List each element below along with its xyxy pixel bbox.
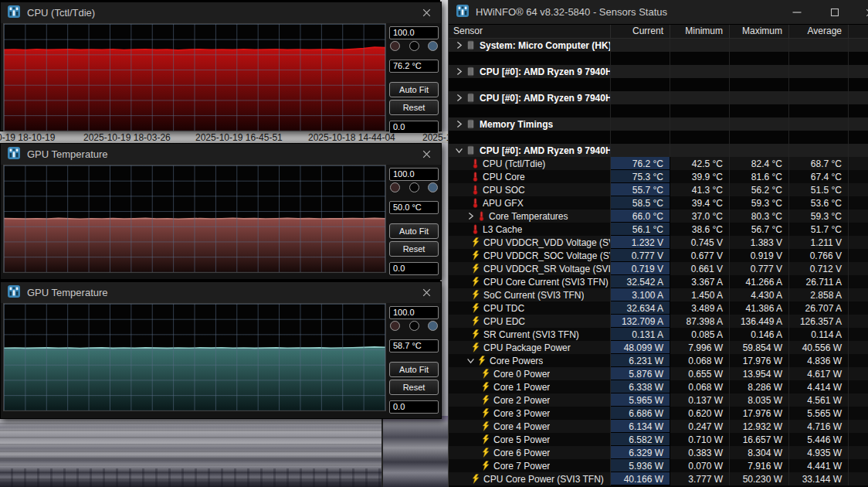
scale-max-field[interactable]: 100.0 <box>389 306 439 319</box>
graph-plot-area <box>3 165 386 273</box>
group-row[interactable]: CPU [#0]: AMD Ryzen 9 7940HS: C-State Re… <box>449 91 868 104</box>
chevron-right-icon[interactable] <box>455 41 463 49</box>
graph-window-titlebar[interactable]: GPU Temperature <box>1 144 441 165</box>
auto-fit-button[interactable]: Auto Fit <box>389 82 439 97</box>
sensor-row[interactable]: Core 7 Power5.936 W0.070 W7.916 W4.441 W <box>449 459 868 472</box>
sensor-row[interactable]: CPU (Tctl/Tdie)76.2 °C42.5 °C82.4 °C68.7… <box>449 157 868 170</box>
sensor-row[interactable]: CPU Package Power48.099 W7.996 W59.854 W… <box>449 341 868 354</box>
sensor-cell: CPU VDDCR_VDD Voltage (SVI3 ... <box>449 236 611 249</box>
power-bolt-icon <box>472 342 480 352</box>
scale-max-field[interactable]: 100.0 <box>389 26 439 39</box>
row-filler <box>849 407 868 420</box>
column-header-current[interactable]: Current <box>611 25 670 38</box>
sensor-row[interactable]: CPU EDC132.709 A87.398 A136.449 A126.357… <box>449 315 868 328</box>
color-option-button[interactable] <box>428 321 438 331</box>
row-filler <box>849 157 868 170</box>
current-value: 40.166 W <box>611 472 670 485</box>
color-option-button[interactable] <box>409 41 419 51</box>
close-icon[interactable] <box>859 5 868 20</box>
scale-min-field[interactable]: 0.0 <box>389 262 439 275</box>
color-option-button[interactable] <box>409 321 419 331</box>
graph-window-titlebar[interactable]: CPU (Tctl/Tdie) <box>1 2 441 23</box>
graph-window-title: GPU Temperature <box>27 148 419 160</box>
sensor-row[interactable]: Core 6 Power6.329 W0.383 W8.304 W4.935 W <box>449 446 868 459</box>
reset-button[interactable]: Reset <box>389 100 439 115</box>
column-header-average[interactable]: Average <box>789 25 849 38</box>
reset-button[interactable]: Reset <box>389 241 439 257</box>
sensor-row[interactable]: CPU VDDCR_SOC Voltage (SVI3 ...0.777 V0.… <box>449 249 868 262</box>
column-header-sensor[interactable]: Sensor <box>449 25 611 38</box>
sensor-row[interactable]: Core 4 Power6.134 W0.247 W12.932 W4.716 … <box>449 420 868 433</box>
sensor-row[interactable]: CPU Core75.3 °C39.9 °C81.6 °C67.4 °C <box>449 170 868 183</box>
group-row[interactable]: System: Micro Computer (HK) Tech Limited… <box>449 39 868 52</box>
scale-max-field[interactable]: 100.0 <box>389 168 439 181</box>
close-icon[interactable] <box>419 286 433 300</box>
minimize-icon[interactable] <box>786 5 808 20</box>
sensor-row[interactable]: SR Current (SVI3 TFN)0.131 A0.085 A0.146… <box>449 328 868 341</box>
chevron-right-icon[interactable] <box>455 120 463 128</box>
group-row[interactable]: CPU [#0]: AMD Ryzen 9 7940HS <box>449 65 868 78</box>
sensor-row[interactable]: Core 1 Power6.338 W0.068 W8.286 W4.414 W <box>449 380 868 393</box>
hwinfo-graph-icon <box>8 285 20 301</box>
sensor-row[interactable]: Core 5 Power6.582 W0.710 W16.657 W5.446 … <box>449 433 868 446</box>
sensor-cell: SR Current (SVI3 TFN) <box>449 328 611 341</box>
average-value: 5.565 W <box>789 407 849 420</box>
power-bolt-icon <box>482 421 490 431</box>
reset-button[interactable]: Reset <box>389 380 439 395</box>
hwinfo-titlebar[interactable]: HWiNFO® 64 v8.32-5840 - Sensors Status <box>449 0 868 25</box>
background-file-names: 0-19 18-10-19 2025-10-19 18-03-26 2025-1… <box>0 131 448 143</box>
graph-color-buttons <box>390 182 438 192</box>
power-bolt-icon <box>482 448 490 458</box>
sensor-cell <box>449 104 611 117</box>
sensor-row[interactable]: Core Powers6.231 W0.068 W17.976 W4.836 W <box>449 354 868 367</box>
auto-fit-button[interactable]: Auto Fit <box>389 223 439 239</box>
sensor-row[interactable]: CPU TDC32.634 A3.489 A41.386 A26.707 A <box>449 301 868 315</box>
thermometer-icon <box>472 224 479 234</box>
color-option-button[interactable] <box>390 182 400 192</box>
chevron-right-icon[interactable] <box>455 67 463 76</box>
maximum-value: 56.2 °C <box>730 183 789 196</box>
group-row[interactable]: CPU [#0]: AMD Ryzen 9 7940HS: Enhanced <box>449 144 868 157</box>
chevron-down-icon[interactable] <box>455 146 463 155</box>
sensor-row[interactable]: CPU Core Current (SVI3 TFN)32.542 A3.367… <box>449 275 868 288</box>
minimum-value: 37.0 °C <box>670 209 730 223</box>
row-filler <box>849 301 868 315</box>
graph-color-buttons <box>390 321 438 331</box>
maximum-value: 12.932 W <box>730 420 789 433</box>
color-option-button[interactable] <box>428 182 438 192</box>
power-bolt-icon <box>482 395 490 405</box>
color-option-button[interactable] <box>390 321 400 331</box>
sensor-row[interactable]: CPU Core Power (SVI3 TFN)40.166 W3.777 W… <box>449 472 868 485</box>
graph-window-body: 100.0 58.7 °C Auto Fit Reset 0.0 <box>1 303 441 418</box>
sensor-row[interactable]: CPU VDDCR_SR Voltage (SVI3 TFN)0.719 V0.… <box>449 262 868 275</box>
sensor-row[interactable]: L3 Cache56.1 °C38.6 °C56.7 °C51.7 °C <box>449 223 868 236</box>
sensor-row[interactable]: Core 0 Power5.876 W0.655 W13.954 W4.617 … <box>449 367 868 380</box>
graph-window-body: 100.0 50.0 °C Auto Fit Reset 0.0 <box>1 165 441 279</box>
sensor-row[interactable]: APU GFX58.5 °C39.4 °C59.3 °C53.6 °C <box>449 196 868 209</box>
color-option-button[interactable] <box>409 182 419 192</box>
sensor-row[interactable]: CPU VDDCR_VDD Voltage (SVI3 ...1.232 V0.… <box>449 236 868 249</box>
close-icon[interactable] <box>419 148 433 162</box>
column-header-minimum[interactable]: Minimum <box>670 25 730 38</box>
sensor-row[interactable]: Core Temperatures66.0 °C37.0 °C80.3 °C59… <box>449 209 868 223</box>
color-option-button[interactable] <box>390 41 400 51</box>
sensor-row[interactable]: CPU SOC55.7 °C41.3 °C56.2 °C51.5 °C <box>449 183 868 196</box>
column-header-maximum[interactable]: Maximum <box>730 25 789 38</box>
maximize-icon[interactable] <box>824 5 846 20</box>
scale-min-field[interactable]: 0.0 <box>389 121 439 134</box>
maximum-value <box>730 52 789 65</box>
color-option-button[interactable] <box>428 41 438 51</box>
sensor-row[interactable]: Core 3 Power6.686 W0.620 W17.976 W5.565 … <box>449 407 868 420</box>
auto-fit-button[interactable]: Auto Fit <box>389 362 439 377</box>
chevron-down-icon[interactable] <box>466 356 475 365</box>
chevron-right-icon[interactable] <box>455 94 463 102</box>
sensor-row[interactable]: Core 2 Power5.965 W0.137 W8.035 W4.561 W <box>449 393 868 407</box>
chevron-right-icon[interactable] <box>466 212 475 220</box>
sensor-row[interactable]: SoC Current (SVI3 TFN)3.100 A1.450 A4.43… <box>449 288 868 301</box>
sensor-cell <box>449 52 611 65</box>
close-icon[interactable] <box>419 6 433 20</box>
group-row[interactable]: Memory Timings <box>449 117 868 131</box>
power-bolt-icon <box>482 369 490 379</box>
scale-min-field[interactable]: 0.0 <box>389 400 439 414</box>
graph-window-titlebar[interactable]: GPU Temperature <box>1 282 441 303</box>
